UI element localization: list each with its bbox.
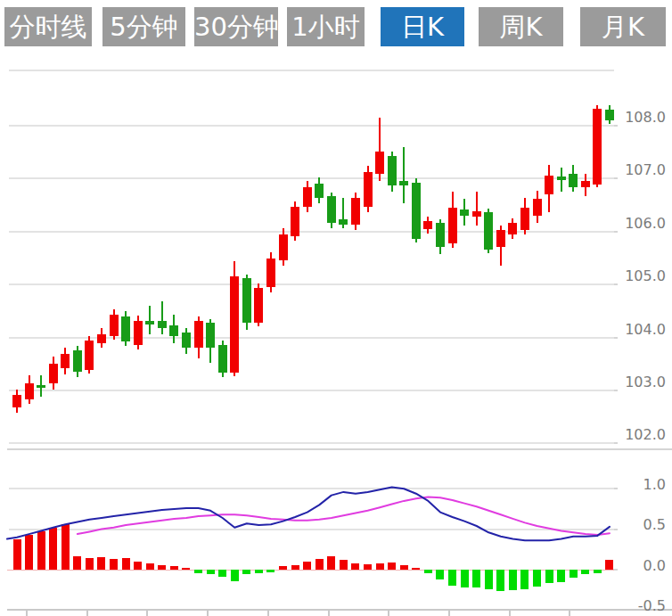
candle-body [279,234,288,260]
candle-body [351,198,360,225]
candle-body [254,288,263,323]
candle-body [399,181,408,185]
price-axis-label: 108.0 [625,109,666,126]
candle-body [158,321,167,328]
candle-body [484,212,493,250]
candle-body [533,199,542,216]
candle-body [121,316,130,341]
candle-body [97,334,106,343]
candle-body [110,315,119,336]
candles [12,105,614,413]
candle-body [315,184,324,198]
candle-body [49,364,58,384]
candle-body [605,110,614,120]
candle-wick [149,306,151,334]
candle-body [85,341,94,370]
candle-wick [403,147,405,203]
macd-axis-label: 0.0 [643,557,666,574]
candle-body [242,278,251,323]
candle-body [266,259,275,286]
candle-body [423,221,432,229]
y-axis-labels: 108.0107.0106.0105.0104.0103.0102.01.00.… [625,109,666,614]
candle-body [593,109,602,185]
macd-axis-label: 0.5 [643,516,666,533]
candle-wick [161,301,163,334]
candle-body [339,219,348,225]
candle-body [545,176,553,194]
price-axis-label: 104.0 [625,321,666,338]
macd-axis-label: 1.0 [643,476,666,493]
candle-body [364,172,373,207]
candle-body [375,152,384,174]
kline-chart-canvas[interactable]: 108.0107.0106.0105.0104.0103.0102.01.00.… [0,0,672,616]
price-axis-label: 102.0 [625,426,666,443]
candle-body [388,156,397,185]
candle-body [218,345,227,373]
gridlines [27,126,618,616]
candle-body [520,208,529,230]
candle-wick [476,192,478,226]
macd-axis-label: -0.5 [638,597,666,614]
period-tabbar: 分时线 5分钟 30分钟 1小时 日K 周K 月K [0,7,672,46]
tab-30min[interactable]: 30分钟 [194,7,278,46]
candle-body [182,333,191,348]
candle-body [73,350,82,372]
candle-body [436,223,445,247]
candle-body [303,187,312,207]
candle-body [25,383,34,399]
tab-5min[interactable]: 5分钟 [102,7,185,46]
candle-body [412,183,421,239]
candle-body [145,321,154,324]
candle-body [508,223,517,234]
tab-monthly-k[interactable]: 月K [580,7,666,46]
candle-body [12,395,21,407]
candle-body [472,211,481,217]
tab-daily-k[interactable]: 日K [381,7,464,46]
candle-body [206,323,215,348]
price-axis-label: 107.0 [625,161,666,178]
tab-1hour[interactable]: 1小时 [287,7,365,46]
candle-body [169,325,178,336]
macd-histogram [13,524,614,590]
candle-body [496,230,505,247]
candle-body [134,321,143,345]
candle-body [327,196,336,223]
macd-line-dif [7,488,610,541]
tab-timeline[interactable]: 分时线 [4,7,92,46]
candle-body [581,181,590,187]
price-axis-label: 103.0 [625,374,666,390]
price-axis-label: 105.0 [625,267,666,284]
candle-body [557,177,566,180]
tab-weekly-k[interactable]: 周K [479,7,563,46]
candle-body [291,207,299,236]
candle-body [61,354,70,368]
candle-body [194,321,203,348]
candle-body [230,276,239,373]
candle-body [448,208,457,243]
price-axis-label: 106.0 [625,215,666,232]
candle-body [569,174,578,187]
candle-body [37,385,45,388]
candle-body [460,209,469,216]
